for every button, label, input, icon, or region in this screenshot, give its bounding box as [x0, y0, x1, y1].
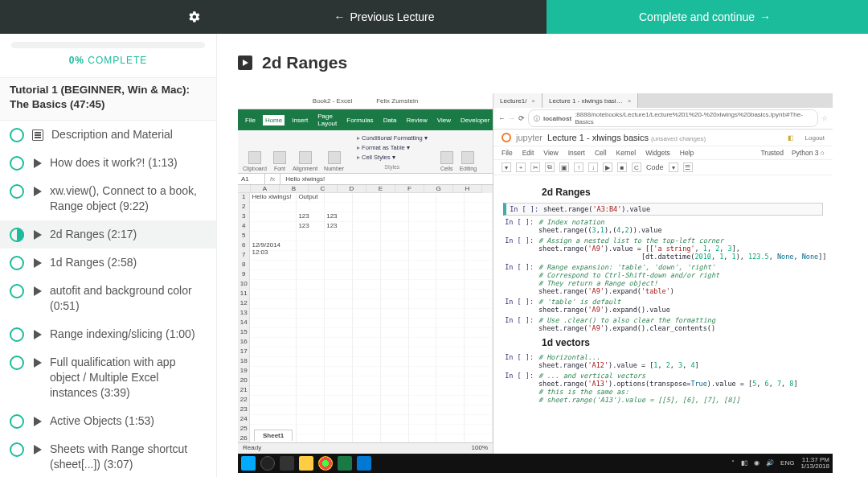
cortana-icon[interactable]: [260, 456, 275, 471]
cell[interactable]: [353, 328, 381, 338]
sidebar-item[interactable]: How does it work?! (1:13): [0, 149, 216, 177]
cell[interactable]: [381, 309, 409, 319]
excel-icon[interactable]: [338, 456, 352, 471]
notebook-cell[interactable]: In [ ]:sheet.range('A3:B4').value: [503, 203, 823, 216]
notebook-title[interactable]: Lecture 1 - xlwings basics (unsaved chan…: [547, 133, 706, 142]
cell[interactable]: [409, 241, 437, 251]
toolbar-button[interactable]: ✂: [530, 162, 540, 172]
close-icon[interactable]: ×: [531, 97, 535, 105]
cell[interactable]: [436, 415, 465, 425]
cell[interactable]: [325, 386, 353, 396]
row-header[interactable]: 22: [238, 396, 250, 405]
ribbon-tab[interactable]: Review: [404, 115, 430, 125]
ribbon-tab[interactable]: Formulas: [344, 115, 375, 125]
row-header[interactable]: 18: [238, 357, 250, 367]
cell[interactable]: [381, 386, 409, 396]
cell[interactable]: [465, 396, 493, 405]
column-header[interactable]: A: [251, 185, 280, 193]
cell[interactable]: [436, 232, 465, 241]
browser-tab[interactable]: Lecture1/×: [493, 93, 542, 108]
cell[interactable]: [465, 212, 493, 222]
cell[interactable]: [353, 193, 381, 203]
tray-up-icon[interactable]: ˄: [731, 460, 735, 467]
cell[interactable]: [409, 376, 437, 386]
cell-code[interactable]: # 'table' is default sheet.range('A9').e…: [538, 298, 670, 314]
toolbar-button[interactable]: ▣: [559, 162, 569, 172]
cell[interactable]: [353, 386, 381, 396]
cell-code[interactable]: # Horizontal... sheet.range('A12').value…: [538, 353, 699, 369]
row-header[interactable]: 23: [238, 405, 250, 415]
cell[interactable]: [297, 367, 325, 376]
cell[interactable]: [465, 241, 493, 251]
ribbon-group[interactable]: Font: [273, 151, 286, 171]
toolbar-button[interactable]: ▾: [502, 162, 511, 172]
kernel-indicator[interactable]: Python 3 ○: [792, 149, 825, 157]
cell[interactable]: [250, 299, 297, 309]
cell[interactable]: [465, 347, 493, 357]
excel-formula-bar[interactable]: A1 fx Hello xlwings!: [238, 174, 493, 185]
browser-tabs[interactable]: Lecture1/×Lecture 1 - xlwings basi…×: [493, 93, 833, 108]
cell[interactable]: [409, 232, 437, 241]
cell[interactable]: [325, 299, 353, 309]
cell[interactable]: [297, 290, 325, 299]
cell[interactable]: [409, 347, 437, 357]
cell[interactable]: [381, 338, 409, 347]
column-header[interactable]: C: [309, 185, 338, 193]
cell-code[interactable]: # Assign a nested list to the top-left c…: [538, 236, 826, 261]
fx-icon[interactable]: fx: [265, 174, 280, 184]
cell[interactable]: [297, 405, 325, 415]
cell[interactable]: [381, 241, 409, 251]
column-header[interactable]: B: [280, 185, 309, 193]
cell[interactable]: [325, 309, 353, 319]
menu-item[interactable]: Edit: [522, 149, 534, 157]
taskview-icon[interactable]: [280, 456, 294, 471]
cell[interactable]: [381, 367, 409, 376]
cell[interactable]: [465, 203, 493, 212]
cell[interactable]: [409, 415, 437, 425]
cell[interactable]: [297, 309, 325, 319]
cell[interactable]: [465, 415, 493, 425]
cell[interactable]: [325, 251, 353, 261]
excel-styles-menu[interactable]: Conditional Formatting ▾Format as Table …: [357, 134, 428, 171]
ribbon-group[interactable]: Editing: [460, 151, 477, 171]
cell[interactable]: [353, 319, 381, 328]
row-header[interactable]: 10: [238, 280, 250, 290]
ribbon-tab[interactable]: Page Layout: [315, 111, 339, 129]
windows-taskbar[interactable]: ˄ ▮▯ ◉ 🔊 ENG 11:37 PM1/13/2018: [238, 454, 833, 473]
cell[interactable]: [409, 193, 437, 203]
star-icon[interactable]: ☆: [821, 114, 828, 122]
cell[interactable]: [250, 251, 297, 261]
cell[interactable]: [436, 251, 465, 261]
cell[interactable]: [409, 203, 437, 212]
ribbon-group[interactable]: Alignment: [293, 151, 317, 171]
cell[interactable]: [381, 212, 409, 222]
cell[interactable]: [297, 241, 325, 251]
cell[interactable]: [465, 222, 493, 232]
cell[interactable]: [381, 222, 409, 232]
styles-menu-item[interactable]: Cell Styles ▾: [357, 153, 428, 162]
cell[interactable]: [250, 261, 297, 270]
cell[interactable]: [465, 261, 493, 270]
cell[interactable]: [465, 193, 493, 203]
cell[interactable]: 123: [297, 212, 325, 222]
cell[interactable]: [381, 425, 409, 434]
cell[interactable]: [381, 290, 409, 299]
row-header[interactable]: 24: [238, 415, 250, 425]
cell[interactable]: [325, 376, 353, 386]
cell[interactable]: [381, 251, 409, 261]
cell[interactable]: [409, 338, 437, 347]
cell[interactable]: [465, 357, 493, 367]
cell[interactable]: [381, 396, 409, 405]
toolbar-button[interactable]: Code: [646, 163, 664, 171]
cell[interactable]: [436, 347, 465, 357]
cell[interactable]: [325, 203, 353, 212]
sidebar-item[interactable]: xw.view(), Connect to a book, Range obje…: [0, 177, 216, 220]
cell[interactable]: [465, 338, 493, 347]
cell-code[interactable]: # Use .clear() to also clear the formatt…: [538, 316, 715, 332]
cell-code[interactable]: # Index notation sheet.range((3,1),(4,2)…: [538, 218, 662, 234]
cell[interactable]: [436, 261, 465, 270]
jupyter-toolbar[interactable]: ▾+✂⧉▣↑↓▶■CCode▾☰: [493, 160, 833, 175]
cell[interactable]: [250, 280, 297, 290]
cell[interactable]: [465, 425, 493, 434]
cell[interactable]: [250, 319, 297, 328]
